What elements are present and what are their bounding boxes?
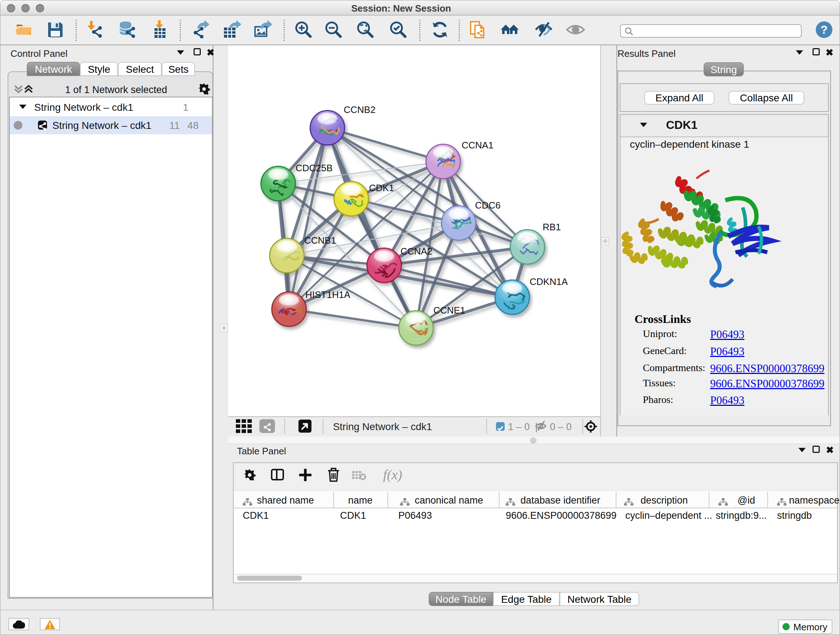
svg-text:CDC6: CDC6 xyxy=(475,200,501,211)
svg-text:CCNA1: CCNA1 xyxy=(462,140,493,150)
svg-text:CCNA2: CCNA2 xyxy=(401,246,432,257)
svg-text:CCNE1: CCNE1 xyxy=(433,305,465,316)
svg-text:CDKN1A: CDKN1A xyxy=(530,276,568,287)
svg-text:CCNB1: CCNB1 xyxy=(304,235,336,246)
svg-text:HIST1H1A: HIST1H1A xyxy=(305,289,351,300)
svg-text:RB1: RB1 xyxy=(543,222,561,233)
svg-text:CDK1: CDK1 xyxy=(369,182,394,193)
svg-text:?: ? xyxy=(821,23,828,36)
svg-text:CDC25B: CDC25B xyxy=(295,163,333,173)
svg-text:CCNB2: CCNB2 xyxy=(344,104,376,115)
